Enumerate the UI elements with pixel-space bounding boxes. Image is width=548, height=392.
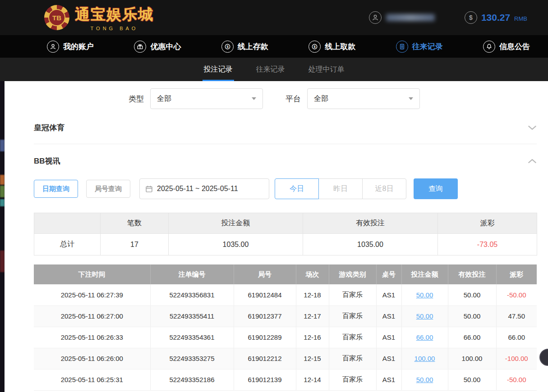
user-icon (47, 41, 59, 53)
tab-label: 往来记录 (256, 65, 285, 74)
brand-title: 通宝娱乐城 (75, 5, 154, 25)
records-icon (396, 41, 408, 53)
cell-table-no: AS1 (376, 348, 401, 369)
cell-payout: -50.00 (496, 284, 537, 305)
today-button[interactable]: 今日 (275, 178, 319, 199)
nav-label: 线上取款 (325, 41, 355, 52)
table-row: 2025-05-11 06:26:33522493354361619012289… (34, 327, 537, 348)
tab-pending-orders[interactable]: 处理中订单 (307, 58, 346, 81)
page: TB 通宝娱乐城 TONG BAO $ 130.27 RMB (0, 0, 548, 392)
date-range-value: 2025-05-11 ~ 2025-05-11 (157, 185, 238, 193)
cell-game-type: 百家乐 (329, 284, 376, 305)
nav-item-records[interactable]: 往来记录 (396, 41, 443, 53)
deposit-coin-icon: $ (221, 41, 234, 53)
bet-table-header-row: 下注时间 注单编号 局号 场次 游戏类别 桌号 投注金额 有效投注 派彩 (34, 264, 537, 284)
bet-amount-link[interactable]: 100.00 (414, 355, 435, 362)
cell-round-no: 619012484 (234, 284, 296, 305)
bet-amount-link[interactable]: 50.00 (416, 291, 433, 299)
platform-select-value: 全部 (314, 94, 328, 104)
cell-round-no: 619012212 (234, 348, 296, 369)
content: 类型 全部 平台 全部 皇冠体育 BB视讯 日期查询 局号 (0, 88, 548, 391)
date-query-button[interactable]: 日期查询 (34, 180, 78, 198)
filter-row: 类型 全部 平台 全部 (34, 88, 537, 109)
type-select[interactable]: 全部 (150, 88, 263, 109)
quick-range-group: 今日 昨日 近8日 (275, 178, 406, 199)
balance: $ 130.27 RMB (465, 11, 527, 24)
summary-corner (34, 213, 101, 234)
dollar-glyph: $ (469, 14, 473, 21)
bet-amount-link[interactable]: 50.00 (416, 312, 433, 320)
bet-amount-link[interactable]: 50.00 (416, 376, 433, 383)
cell-valid-bet: 100.00 (448, 348, 496, 369)
summary-col-bet: 投注金额 (169, 213, 303, 234)
chevron-down-icon (252, 97, 256, 100)
cell-table-no: AS1 (376, 305, 401, 327)
platform-select[interactable]: 全部 (307, 88, 420, 109)
cell-bet-time: 2025-05-11 06:27:00 (34, 305, 150, 327)
summary-total-label: 总计 (34, 234, 101, 255)
search-button[interactable]: 查询 (414, 178, 458, 199)
tab-bet-records[interactable]: 投注记录 (203, 58, 234, 81)
nav-item-announcements[interactable]: 信息公告 (483, 41, 530, 53)
yesterday-button[interactable]: 昨日 (318, 178, 363, 199)
nav-item-deposit[interactable]: $ 线上存款 (221, 41, 268, 53)
chevron-down-icon (409, 97, 413, 100)
tab-transaction-records[interactable]: 往来记录 (255, 58, 286, 81)
table-row: 2025-05-11 06:27:39522493356831619012484… (34, 284, 537, 305)
background-fragment (0, 140, 5, 151)
background-fragment (0, 251, 5, 272)
table-row: 2025-05-11 06:27:00522493355411619012377… (34, 305, 537, 327)
cell-game-type: 百家乐 (329, 327, 376, 348)
cell-bet-id: 522493355411 (150, 305, 234, 327)
column-header-amount: 投注金额 (401, 264, 448, 284)
cell-session: 12-15 (296, 348, 329, 369)
type-select-value: 全部 (157, 94, 171, 104)
account-info[interactable] (369, 11, 435, 24)
summary-col-valid: 有效投注 (303, 213, 438, 234)
background-fragment (0, 175, 5, 185)
main-nav: 我的账户 优惠中心 $ 线上存款 $ 线上取款 往来记录 (0, 35, 548, 58)
balance-amount: 130.27 (481, 12, 510, 23)
column-header-round: 局号 (234, 264, 296, 284)
cell-bet-amount: 66.00 (401, 327, 448, 348)
brand-logo[interactable]: TB 通宝娱乐城 TONG BAO (44, 5, 154, 31)
summary-valid: 1035.00 (303, 234, 438, 255)
cell-table-no: AS1 (376, 284, 401, 305)
section-crown-sports[interactable]: 皇冠体育 (34, 123, 537, 144)
nav-item-promotions[interactable]: 优惠中心 (134, 41, 181, 53)
summary-table: 笔数 投注金额 有效投注 派彩 总计 17 1035.00 1035.00 -7… (34, 213, 537, 255)
summary-col-count: 笔数 (101, 213, 169, 234)
section-title: 皇冠体育 (34, 123, 64, 133)
section-bb-video[interactable]: BB视讯 (34, 156, 537, 166)
cell-bet-amount: 50.00 (401, 369, 448, 390)
background-strip (0, 81, 5, 392)
column-header-game: 游戏类别 (329, 264, 376, 284)
cell-valid-bet: 50.00 (448, 305, 496, 327)
date-range-input[interactable]: 2025-05-11 ~ 2025-05-11 (139, 178, 269, 199)
tab-label: 投注记录 (204, 65, 233, 74)
cell-bet-time: 2025-05-11 06:25:31 (34, 369, 150, 390)
nav-label: 信息公告 (499, 41, 530, 52)
round-query-button[interactable]: 局号查询 (86, 180, 130, 198)
table-row: 2025-05-11 06:26:00522493353275619012212… (34, 348, 537, 369)
column-header-table: 桌号 (376, 264, 401, 284)
cell-bet-id: 522493356831 (150, 284, 234, 305)
last8days-button[interactable]: 近8日 (362, 178, 406, 199)
svg-text:$: $ (226, 45, 229, 49)
nav-item-withdrawal[interactable]: $ 线上取款 (309, 41, 355, 53)
table-row: 2025-05-11 06:25:31522493352186619012139… (34, 369, 537, 390)
bet-records-table: 下注时间 注单编号 局号 场次 游戏类别 桌号 投注金额 有效投注 派彩 202… (34, 264, 537, 391)
nav-label: 优惠中心 (150, 41, 181, 52)
cell-payout: -100.00 (496, 348, 537, 369)
summary-total-row: 总计 17 1035.00 1035.00 -73.05 (34, 234, 537, 255)
cell-table-no: AS1 (376, 327, 401, 348)
bet-amount-link[interactable]: 66.00 (416, 333, 433, 341)
casino-chip-icon: TB (44, 5, 69, 30)
cell-valid-bet: 50.00 (448, 369, 496, 390)
cell-bet-id: 522493354361 (150, 327, 234, 348)
bet-table-body: 2025-05-11 06:27:39522493356831619012484… (34, 284, 537, 390)
nav-item-my-account[interactable]: 我的账户 (47, 41, 94, 53)
summary-count: 17 (101, 234, 169, 255)
brand-text: 通宝娱乐城 TONG BAO (75, 5, 154, 31)
cell-bet-amount: 50.00 (401, 305, 448, 327)
